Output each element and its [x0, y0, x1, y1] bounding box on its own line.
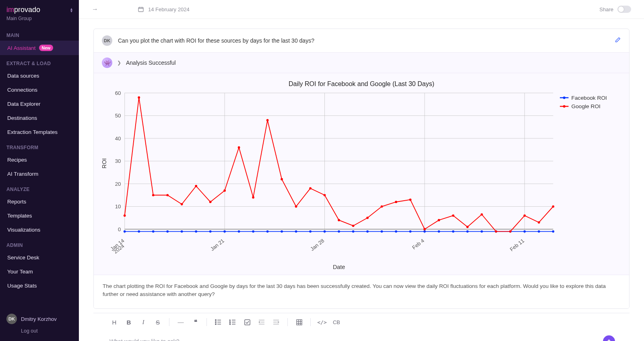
svg-point-72 — [324, 194, 326, 196]
svg-point-97 — [215, 320, 216, 320]
svg-point-86 — [524, 214, 526, 217]
svg-point-99 — [215, 324, 216, 325]
svg-point-42 — [338, 230, 340, 233]
svg-point-63 — [195, 185, 197, 187]
send-button[interactable] — [603, 335, 615, 341]
svg-point-29 — [152, 230, 155, 233]
sidebar-item-label: Templates — [7, 213, 32, 219]
sidebar-item-ai-assistant[interactable]: AI AssistantNew — [0, 41, 79, 55]
date-display[interactable]: 14 February 2024 — [138, 6, 190, 12]
svg-point-64 — [209, 201, 212, 203]
sidebar-item-label: Extraction Templates — [7, 129, 58, 135]
sidebar-item-connections[interactable]: Connections — [0, 83, 79, 97]
sidebar-item-label: Reports — [7, 199, 26, 205]
sidebar-item-label: AI Assistant — [7, 45, 36, 51]
format-outdent-button[interactable] — [255, 316, 268, 328]
ai-response-block: 👾 ❯ Analysis Successful Daily ROI for Fa… — [94, 53, 629, 308]
sidebar-item-usage-stats[interactable]: Usage Stats — [0, 279, 79, 293]
svg-rect-0 — [138, 7, 143, 12]
format-strike-button[interactable]: S — [151, 316, 164, 328]
svg-text:Date: Date — [333, 264, 345, 270]
format-italic-button[interactable]: I — [137, 316, 150, 328]
format-toolbar: H B I S — ❝ 123 — [108, 313, 615, 331]
collapse-sidebar-icon[interactable]: → — [92, 6, 98, 13]
sidebar-section-label: MAIN — [0, 27, 79, 41]
sidebar-item-templates[interactable]: Templates — [0, 209, 79, 223]
svg-point-32 — [195, 230, 197, 233]
svg-point-98 — [215, 322, 216, 323]
share-label: Share — [599, 6, 613, 12]
sidebar-item-ai-transform[interactable]: AI Transform — [0, 167, 79, 181]
svg-point-35 — [238, 230, 240, 233]
avatar: DK — [6, 314, 17, 324]
user-message-row: DK Can you plot the chart with ROI for t… — [94, 29, 629, 53]
prompt-input[interactable] — [108, 335, 597, 341]
svg-point-45 — [381, 230, 383, 233]
format-ol-button[interactable]: 123 — [226, 316, 239, 328]
sidebar-section-label: TRANSFORM — [0, 139, 79, 153]
brand-provado: provado — [14, 6, 40, 14]
sidebar-item-your-team[interactable]: Your Team — [0, 265, 79, 279]
sidebar-item-label: Data Explorer — [7, 101, 41, 107]
workspace-switch-icon[interactable]: ▴▾ — [70, 8, 72, 12]
workspace-name[interactable]: Main Group — [0, 16, 79, 27]
svg-point-70 — [295, 205, 297, 208]
ai-status-header[interactable]: 👾 ❯ Analysis Successful — [94, 53, 629, 73]
format-ul-button[interactable] — [212, 316, 225, 328]
sidebar-item-extraction-templates[interactable]: Extraction Templates — [0, 125, 79, 139]
format-bold-button[interactable]: B — [122, 316, 135, 328]
sidebar-item-data-sources[interactable]: Data sources — [0, 69, 79, 83]
svg-point-48 — [423, 230, 426, 233]
svg-text:10: 10 — [115, 203, 121, 210]
format-heading-button[interactable]: H — [108, 316, 121, 328]
roi-line-chart: 0102030405060Jan 142024Jan 21Jan 28Feb 4… — [98, 90, 625, 272]
format-table-button[interactable] — [293, 316, 305, 328]
sidebar-item-label: Recipes — [7, 157, 27, 163]
svg-point-92 — [563, 97, 566, 99]
svg-point-73 — [338, 219, 340, 222]
sidebar-item-label: Destinations — [7, 115, 37, 121]
format-hr-button[interactable]: — — [174, 316, 187, 328]
current-user[interactable]: DK Dmitry Korzhov — [0, 309, 79, 326]
svg-point-36 — [252, 230, 254, 233]
logout-link[interactable]: Log out — [0, 326, 79, 341]
sidebar-item-reports[interactable]: Reports — [0, 195, 79, 209]
new-badge: New — [39, 45, 54, 51]
format-checklist-button[interactable] — [241, 316, 254, 328]
svg-point-47 — [409, 230, 412, 233]
sidebar-item-service-desk[interactable]: Service Desk — [0, 251, 79, 265]
sidebar-item-label: Connections — [7, 87, 37, 93]
svg-point-38 — [281, 230, 283, 233]
svg-point-69 — [281, 178, 283, 181]
sidebar-item-visualizations[interactable]: Visualizations — [0, 223, 79, 237]
svg-text:0: 0 — [118, 226, 121, 232]
date-text: 14 February 2024 — [148, 6, 190, 12]
sidebar-item-label: Data sources — [7, 73, 39, 79]
svg-rect-103 — [244, 320, 250, 325]
svg-point-61 — [166, 194, 169, 196]
svg-point-34 — [223, 230, 226, 233]
svg-point-46 — [395, 230, 397, 233]
edit-message-icon[interactable] — [615, 37, 621, 45]
sidebar-item-label: Usage Stats — [7, 283, 37, 289]
svg-point-37 — [266, 230, 269, 233]
sidebar-item-data-explorer[interactable]: Data Explorer — [0, 97, 79, 111]
format-code-button[interactable]: </> — [316, 316, 328, 328]
sidebar-item-destinations[interactable]: Destinations — [0, 111, 79, 125]
svg-point-62 — [181, 203, 183, 205]
svg-point-82 — [466, 226, 469, 228]
svg-text:40: 40 — [115, 136, 121, 142]
share-toggle[interactable] — [617, 6, 631, 13]
svg-point-85 — [509, 230, 512, 233]
brand-logo[interactable]: improvado ▴▾ — [0, 0, 79, 16]
svg-point-88 — [552, 205, 554, 208]
svg-point-28 — [138, 230, 140, 233]
format-indent-button[interactable] — [270, 316, 283, 328]
svg-point-74 — [352, 225, 355, 227]
chevron-right-icon: ❯ — [117, 60, 121, 66]
format-codeblock-button[interactable]: CB — [330, 316, 343, 328]
format-quote-button[interactable]: ❝ — [189, 316, 202, 328]
svg-point-60 — [152, 194, 155, 196]
svg-point-83 — [481, 213, 483, 216]
sidebar-item-recipes[interactable]: Recipes — [0, 153, 79, 167]
